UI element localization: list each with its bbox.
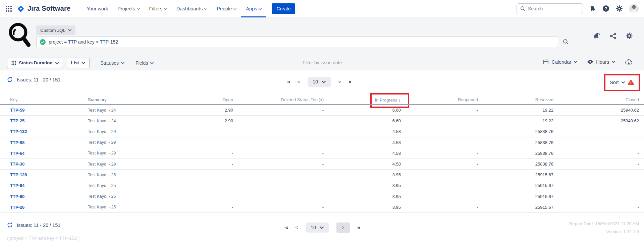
issue-key-link[interactable]: TTP-25 [10, 118, 24, 123]
navbar-right: ? [517, 3, 639, 14]
cell-resolved: 25915.67 [478, 194, 553, 199]
refresh-icon[interactable] [7, 77, 13, 82]
export-cloud-icon[interactable] [625, 59, 633, 65]
user-avatar[interactable] [629, 4, 639, 13]
table-body: TTP-59 Test Kaydı - 24 2.90 - 6.60 - 19.… [0, 105, 644, 213]
column-header-deleted-status[interactable]: Deleted Status Test(x) [233, 97, 324, 102]
column-header-summary[interactable]: Summary [78, 97, 172, 102]
nav-item-apps[interactable]: Apps [241, 0, 266, 17]
table-row: TTP-94 Test Kaydı - 25 - - 3.95 - 25915.… [0, 180, 644, 191]
statuses-dropdown[interactable]: Statuses [101, 60, 124, 66]
column-header-reopened[interactable]: Reopened [401, 97, 478, 102]
column-header-resolved[interactable]: Resolved [478, 97, 553, 102]
jql-query-input[interactable]: project = TTP and key < TTP-152 [36, 37, 558, 47]
cell-resolved: 25838.76 [478, 151, 553, 156]
cell-in-progress: 6.60 [324, 118, 401, 123]
issue-date-filter[interactable]: Filter by issue date... [303, 60, 346, 65]
cell-reopened: - [401, 140, 478, 145]
jira-logo[interactable]: Jira Software [17, 5, 70, 13]
next-page-button[interactable]: > [336, 223, 350, 233]
valid-query-check-icon [40, 39, 46, 45]
global-search[interactable] [517, 3, 583, 14]
eye-icon [587, 60, 593, 64]
nav-item-filters[interactable]: Filters [145, 0, 172, 17]
prev-page-button[interactable]: < [295, 225, 298, 230]
issues-count-label: Issues: 11 - 20 / 151 [17, 223, 60, 228]
refresh-icon[interactable] [7, 222, 13, 228]
chevron-down-icon [164, 8, 167, 10]
column-header-closed[interactable]: Closed [553, 97, 639, 102]
nav-item-dashboards[interactable]: Dashboards [172, 0, 212, 17]
first-page-button[interactable]: « [287, 78, 290, 85]
view-type-dropdown[interactable]: List [67, 58, 90, 68]
create-button[interactable]: Create [272, 3, 295, 14]
cell-open: 2.90 [172, 108, 233, 113]
cell-open: - [172, 140, 233, 145]
sort-warning-icon[interactable] [628, 79, 634, 85]
nav-item-projects[interactable]: Projects [113, 0, 144, 17]
issue-key-link[interactable]: TTP-60 [10, 194, 24, 199]
announcement-megaphone-icon[interactable] [592, 33, 600, 40]
report-date: Report Date: 15/Feb/2021 11:20 AM [569, 220, 639, 228]
issue-key-link[interactable]: TTP-59 [10, 108, 24, 113]
jira-logo-icon [17, 5, 25, 13]
next-page-button[interactable]: > [338, 79, 341, 84]
report-content: Issues: 11 - 20 / 151 « < 10 > » Sort Ke… [0, 70, 644, 252]
settings-gear-icon[interactable] [616, 5, 623, 12]
chevron-down-icon [204, 8, 207, 10]
nav-item-people[interactable]: People [212, 0, 241, 17]
table-row: TTP-59 Test Kaydı - 24 2.90 - 6.60 - 19.… [0, 105, 644, 116]
sort-label: Sort [610, 80, 619, 85]
time-unit-dropdown[interactable]: Hours [587, 59, 615, 65]
app-switcher-icon[interactable] [5, 5, 12, 12]
help-icon[interactable]: ? [602, 5, 609, 12]
cell-open: - [172, 172, 233, 177]
issue-key-link[interactable]: TTP-132 [10, 129, 27, 134]
table-row: TTP-64 Test Kaydı - 29 - - 4.58 - 25838.… [0, 148, 644, 159]
table-row: TTP-132 Test Kaydı - 29 - - 4.58 - 25838… [0, 126, 644, 137]
table-row: TTP-30 Test Kaydı - 29 - - 4.58 - 25838.… [0, 159, 644, 170]
issue-summary: Test Kaydı - 25 [78, 205, 172, 209]
issue-summary: Test Kaydı - 25 [78, 194, 172, 199]
column-header-in-progress[interactable]: In Progress↓ [324, 97, 401, 103]
run-query-search-icon[interactable] [563, 39, 569, 46]
issue-key-link[interactable]: TTP-98 [10, 140, 24, 145]
report-settings-gear-icon[interactable] [626, 32, 633, 40]
cell-in-progress: 4.58 [324, 129, 401, 134]
issue-key-link[interactable]: TTP-64 [10, 151, 24, 156]
table-row: TTP-25 Test Kaydı - 24 2.90 - 6.60 - 19.… [0, 116, 644, 126]
last-page-button[interactable]: » [357, 224, 360, 231]
cell-reopened: - [401, 151, 478, 156]
issue-summary: Test Kaydı - 29 [78, 129, 172, 134]
first-page-button[interactable]: « [285, 224, 288, 231]
fields-dropdown[interactable]: Fields [136, 60, 154, 66]
prev-page-button[interactable]: < [297, 79, 300, 84]
cell-closed: 25940.62 [553, 108, 639, 113]
jql-mode-dropdown[interactable]: Custom JQL [36, 25, 75, 35]
last-page-button[interactable]: » [348, 78, 351, 85]
issue-key-link[interactable]: TTP-26 [10, 205, 24, 210]
cell-deleted-status: - [233, 129, 324, 134]
nav-item-your-work[interactable]: Your work [82, 0, 113, 17]
issue-key-link[interactable]: TTP-30 [10, 162, 24, 167]
search-input[interactable] [528, 6, 579, 11]
statuses-label: Statuses [101, 60, 119, 66]
cell-deleted-status: - [233, 108, 324, 113]
issue-key-link[interactable]: TTP-128 [10, 172, 27, 177]
cell-resolved: 19.22 [478, 118, 553, 123]
share-icon[interactable] [609, 33, 616, 40]
cell-reopened: - [401, 162, 478, 167]
sort-dropdown[interactable]: Sort [610, 79, 634, 85]
issue-key-link[interactable]: TTP-94 [10, 183, 24, 188]
page-size-select[interactable]: 10 [306, 223, 329, 233]
column-header-open[interactable]: Open [172, 97, 233, 102]
cell-deleted-status: - [233, 172, 324, 177]
cell-deleted-status: - [233, 205, 324, 210]
page-size-select[interactable]: 10 [308, 77, 331, 87]
report-type-dropdown[interactable]: Status Duration [7, 58, 63, 68]
calendar-dropdown[interactable]: Calendar [543, 59, 577, 65]
notifications-bell-icon[interactable] [589, 5, 596, 12]
cell-deleted-status: - [233, 194, 324, 199]
column-header-key[interactable]: Key [0, 97, 78, 102]
cell-resolved: 25915.67 [478, 205, 553, 210]
